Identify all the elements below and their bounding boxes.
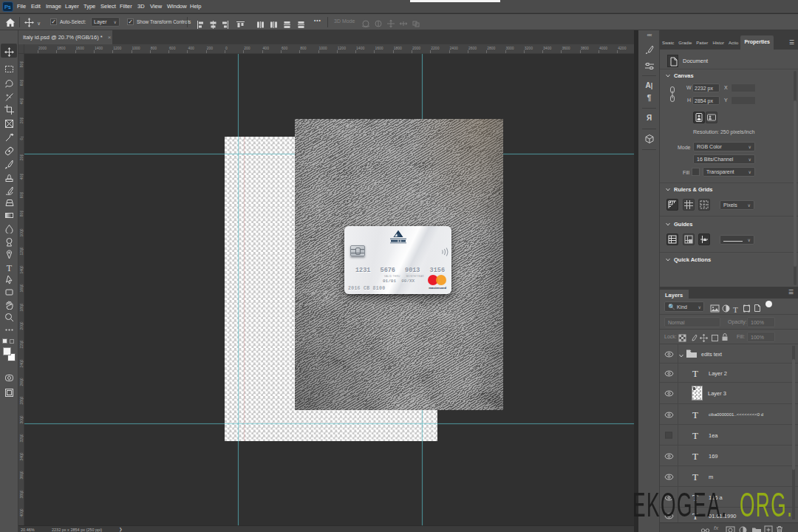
svg-text:T: T	[7, 263, 13, 273]
